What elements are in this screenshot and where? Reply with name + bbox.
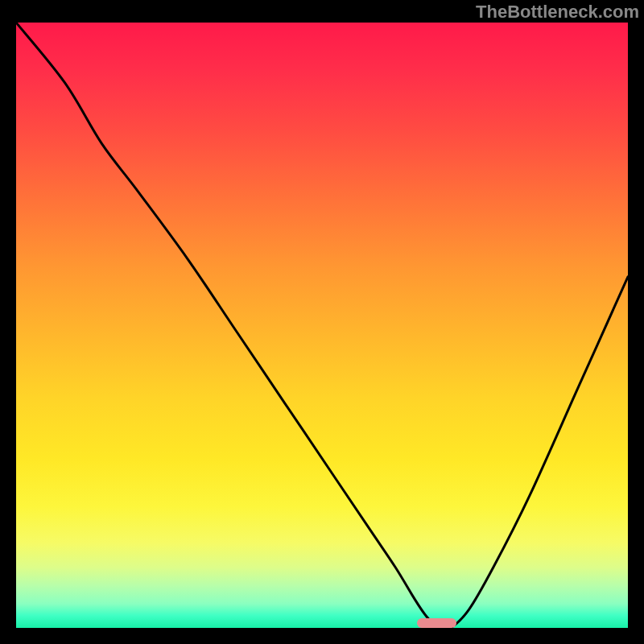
- bottleneck-curve: [16, 23, 628, 628]
- optimal-range-marker: [417, 618, 456, 628]
- chart-frame: TheBottleneck.com: [0, 0, 644, 644]
- watermark-text: TheBottleneck.com: [476, 2, 639, 23]
- plot-area: [16, 23, 628, 628]
